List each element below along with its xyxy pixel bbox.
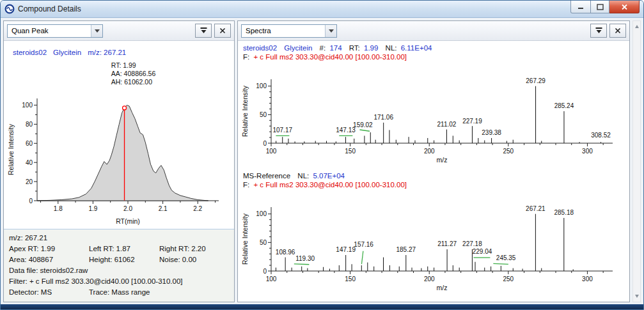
spectrum-compound-name: Glycitein — [284, 44, 312, 52]
svg-text:211.27: 211.27 — [437, 240, 457, 247]
svg-text:Relative Intensity: Relative Intensity — [242, 213, 249, 265]
nl-value: 6.11E+04 — [401, 44, 432, 52]
info-trace: Trace: Mass range — [89, 287, 229, 298]
svg-text:0: 0 — [263, 140, 267, 147]
spectra-panel: Spectra — [237, 20, 630, 302]
nl-label: NL: — [386, 44, 397, 52]
arrow-down-icon — [635, 295, 639, 300]
view-selector-left-value: Quan Peak — [12, 27, 49, 35]
reference-spectrum-chart[interactable]: 100150200250300050100m/zRelative Intensi… — [242, 192, 623, 293]
sample-spectrum-chart[interactable]: 100150200250300050100m/zRelative Intensi… — [242, 64, 623, 165]
svg-text:50: 50 — [260, 239, 267, 246]
svg-text:119.30: 119.30 — [295, 255, 315, 262]
svg-text:2.1: 2.1 — [159, 205, 168, 212]
arrow-up-icon — [635, 23, 639, 28]
svg-text:80: 80 — [26, 121, 33, 128]
scan-number-label: #: — [320, 44, 326, 52]
dropdown-menu-icon — [595, 27, 602, 34]
maximize-button[interactable] — [591, 1, 609, 13]
close-button[interactable] — [609, 1, 640, 13]
svg-text:0: 0 — [29, 198, 33, 205]
window-title: Compound Details — [18, 4, 81, 13]
scroll-down-button[interactable] — [633, 293, 640, 302]
svg-text:m/z: m/z — [437, 156, 448, 164]
svg-text:50: 50 — [260, 111, 267, 118]
svg-text:20: 20 — [26, 178, 33, 185]
close-icon — [219, 27, 226, 34]
svg-text:200: 200 — [424, 275, 435, 283]
svg-text:2.2: 2.2 — [193, 205, 202, 212]
sample-spectrum-header: steroids02 Glycitein #: 174 RT: 1.99 NL:… — [238, 41, 629, 61]
titlebar[interactable]: Compound Details — [1, 1, 643, 18]
reference-name: MS-Reference — [243, 172, 290, 180]
svg-text:100: 100 — [22, 102, 33, 109]
info-apex-rt: Apex RT: 1.99 — [9, 244, 89, 254]
svg-text:229.04: 229.04 — [473, 248, 492, 255]
window-content: Quan Peak steroi — [1, 18, 643, 305]
svg-text:185.27: 185.27 — [397, 246, 416, 253]
svg-text:239.38: 239.38 — [482, 129, 501, 136]
chromatogram-chart[interactable]: 1.81.92.02.12.2020406080100RT(min)Relati… — [8, 59, 225, 226]
info-detector: Detector: MS — [9, 287, 89, 298]
svg-text:100: 100 — [256, 82, 267, 89]
panel-menu-button-right[interactable] — [590, 24, 607, 38]
svg-text:RT: 1.99: RT: 1.99 — [111, 61, 136, 69]
svg-text:150: 150 — [345, 148, 356, 155]
info-right-rt: Right RT: 2.20 — [159, 244, 229, 254]
info-height: Height: 61062 — [89, 254, 159, 265]
mz-value: m/z: 267.21 — [88, 49, 126, 56]
panel-menu-button-left[interactable] — [195, 24, 212, 38]
view-selector-left[interactable]: Quan Peak — [7, 24, 103, 38]
svg-text:300: 300 — [582, 148, 593, 155]
svg-text:227.18: 227.18 — [462, 240, 482, 247]
svg-text:0: 0 — [263, 268, 267, 275]
view-selector-right-value: Spectra — [246, 27, 271, 35]
svg-text:211.02: 211.02 — [437, 121, 457, 128]
view-selector-right[interactable]: Spectra — [241, 24, 337, 38]
scan-number-value: 174 — [329, 44, 342, 52]
info-mz: m/z: 267.21 — [9, 234, 47, 242]
svg-text:AA: 408866.56: AA: 408866.56 — [111, 70, 156, 77]
scroll-up-button[interactable] — [633, 21, 640, 30]
spectrum-sample-name: steroids02 — [243, 44, 277, 52]
vertical-scrollbar[interactable] — [632, 20, 641, 302]
svg-text:m/z: m/z — [437, 284, 448, 291]
nl-label: NL: — [297, 172, 309, 180]
chromatogram-header: steroids02 Glycitein m/z: 267.21 — [4, 41, 234, 56]
svg-text:AH: 61062.00: AH: 61062.00 — [111, 78, 152, 86]
minimize-button[interactable] — [570, 1, 591, 13]
compound-name: Glycitein — [53, 49, 81, 56]
filter-label: F: — [243, 53, 249, 61]
close-icon — [615, 27, 621, 34]
filter-string: + c Full ms2 303.30@cid40.00 [100.00-310… — [253, 53, 407, 61]
quan-peak-panel: Quan Peak steroi — [3, 20, 235, 302]
svg-text:40: 40 — [26, 159, 33, 166]
svg-text:227.19: 227.19 — [462, 118, 482, 125]
reference-spectrum-header: MS-Reference NL: 5.07E+04 F: + c Full ms… — [238, 165, 629, 189]
svg-text:250: 250 — [503, 275, 514, 283]
filter-label: F: — [243, 181, 249, 189]
svg-text:100: 100 — [256, 210, 267, 217]
sample-name: steroids02 — [13, 49, 47, 56]
info-area: Area: 408867 — [9, 254, 89, 265]
svg-text:200: 200 — [424, 148, 435, 155]
svg-text:1.9: 1.9 — [88, 205, 97, 212]
panel-close-button-right[interactable] — [609, 24, 626, 38]
svg-text:Relative Intensity: Relative Intensity — [242, 85, 249, 137]
svg-text:Relative Intensity: Relative Intensity — [8, 123, 15, 175]
svg-text:267.21: 267.21 — [526, 205, 546, 212]
info-noise: Noise: 0.00 — [159, 254, 229, 265]
svg-text:300: 300 — [582, 275, 593, 283]
svg-text:308.52: 308.52 — [591, 132, 611, 139]
rt-value: 1.99 — [364, 44, 378, 52]
nl-value: 5.07E+04 — [313, 172, 345, 180]
info-data-file: Data file: steroids02.raw — [9, 267, 88, 274]
svg-text:245.35: 245.35 — [496, 254, 516, 261]
info-left-rt: Left RT: 1.87 — [89, 244, 159, 254]
peak-info-box: m/z: 267.21 Apex RT: 1.99 Left RT: 1.87 … — [4, 229, 234, 302]
svg-text:107.17: 107.17 — [272, 127, 292, 134]
panel-close-button-left[interactable] — [214, 24, 231, 38]
chevron-down-icon — [91, 25, 102, 37]
svg-text:108.96: 108.96 — [276, 249, 295, 256]
svg-text:157.16: 157.16 — [354, 241, 373, 248]
